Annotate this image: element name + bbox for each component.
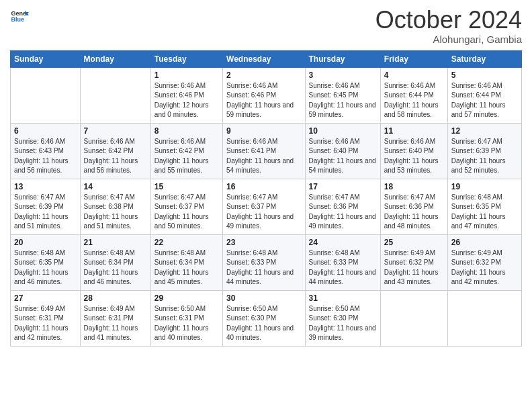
day-number: 13 xyxy=(14,182,77,191)
day-number: 18 xyxy=(384,182,444,191)
day-detail: Sunrise: 6:50 AM Sunset: 6:30 PM Dayligh… xyxy=(309,304,377,343)
day-cell: 30Sunrise: 6:50 AM Sunset: 6:30 PM Dayli… xyxy=(223,290,305,346)
day-number: 9 xyxy=(226,126,301,136)
day-cell: 6Sunrise: 6:46 AM Sunset: 6:43 PM Daylig… xyxy=(11,123,81,179)
day-detail: Sunrise: 6:48 AM Sunset: 6:35 PM Dayligh… xyxy=(451,193,518,232)
day-number: 21 xyxy=(84,238,147,247)
day-number: 11 xyxy=(384,126,444,136)
day-detail: Sunrise: 6:47 AM Sunset: 6:38 PM Dayligh… xyxy=(84,193,147,232)
header-row: SundayMondayTuesdayWednesdayThursdayFrid… xyxy=(11,50,522,67)
day-detail: Sunrise: 6:47 AM Sunset: 6:39 PM Dayligh… xyxy=(14,193,77,232)
day-number: 4 xyxy=(384,71,444,80)
day-number: 2 xyxy=(226,71,301,80)
day-detail: Sunrise: 6:48 AM Sunset: 6:35 PM Dayligh… xyxy=(14,248,77,287)
day-cell: 3Sunrise: 6:46 AM Sunset: 6:45 PM Daylig… xyxy=(305,67,380,123)
day-number: 6 xyxy=(14,126,77,136)
day-cell: 12Sunrise: 6:47 AM Sunset: 6:39 PM Dayli… xyxy=(447,123,521,179)
day-cell: 21Sunrise: 6:48 AM Sunset: 6:34 PM Dayli… xyxy=(80,234,150,290)
day-number: 23 xyxy=(226,238,301,247)
day-number: 28 xyxy=(84,293,147,303)
day-number: 10 xyxy=(309,126,377,136)
subtitle: Alohungari, Gambia xyxy=(375,34,522,45)
day-cell xyxy=(447,290,521,346)
day-cell: 31Sunrise: 6:50 AM Sunset: 6:30 PM Dayli… xyxy=(305,290,380,346)
day-number: 1 xyxy=(154,71,219,80)
day-cell xyxy=(380,290,447,346)
col-header-tuesday: Tuesday xyxy=(150,50,222,67)
day-cell: 15Sunrise: 6:47 AM Sunset: 6:37 PM Dayli… xyxy=(150,179,222,234)
col-header-sunday: Sunday xyxy=(11,50,81,67)
day-cell: 18Sunrise: 6:47 AM Sunset: 6:36 PM Dayli… xyxy=(380,179,447,234)
day-number: 26 xyxy=(451,238,518,247)
day-cell: 11Sunrise: 6:46 AM Sunset: 6:40 PM Dayli… xyxy=(380,123,447,179)
day-number: 16 xyxy=(226,182,301,191)
day-detail: Sunrise: 6:49 AM Sunset: 6:32 PM Dayligh… xyxy=(384,248,444,287)
week-row-2: 6Sunrise: 6:46 AM Sunset: 6:43 PM Daylig… xyxy=(11,123,522,179)
day-detail: Sunrise: 6:47 AM Sunset: 6:37 PM Dayligh… xyxy=(226,193,301,232)
day-number: 20 xyxy=(14,238,77,247)
day-detail: Sunrise: 6:48 AM Sunset: 6:34 PM Dayligh… xyxy=(84,248,147,287)
day-detail: Sunrise: 6:46 AM Sunset: 6:46 PM Dayligh… xyxy=(154,81,219,120)
day-cell: 10Sunrise: 6:46 AM Sunset: 6:40 PM Dayli… xyxy=(305,123,380,179)
page: General Blue October 2024 Alohungari, Ga… xyxy=(0,0,532,411)
calendar-table: SundayMondayTuesdayWednesdayThursdayFrid… xyxy=(10,50,522,347)
day-cell: 2Sunrise: 6:46 AM Sunset: 6:46 PM Daylig… xyxy=(223,67,305,123)
day-detail: Sunrise: 6:48 AM Sunset: 6:34 PM Dayligh… xyxy=(154,248,219,287)
day-detail: Sunrise: 6:46 AM Sunset: 6:40 PM Dayligh… xyxy=(384,137,444,176)
day-detail: Sunrise: 6:46 AM Sunset: 6:45 PM Dayligh… xyxy=(309,81,377,120)
day-detail: Sunrise: 6:50 AM Sunset: 6:30 PM Dayligh… xyxy=(226,304,301,343)
day-cell: 22Sunrise: 6:48 AM Sunset: 6:34 PM Dayli… xyxy=(150,234,222,290)
day-cell: 14Sunrise: 6:47 AM Sunset: 6:38 PM Dayli… xyxy=(80,179,150,234)
day-cell: 5Sunrise: 6:46 AM Sunset: 6:44 PM Daylig… xyxy=(447,67,521,123)
day-detail: Sunrise: 6:49 AM Sunset: 6:32 PM Dayligh… xyxy=(451,248,518,287)
day-detail: Sunrise: 6:48 AM Sunset: 6:33 PM Dayligh… xyxy=(309,248,377,287)
day-cell: 1Sunrise: 6:46 AM Sunset: 6:46 PM Daylig… xyxy=(150,67,222,123)
day-detail: Sunrise: 6:46 AM Sunset: 6:44 PM Dayligh… xyxy=(384,81,444,120)
day-detail: Sunrise: 6:46 AM Sunset: 6:43 PM Dayligh… xyxy=(14,137,77,176)
day-cell: 7Sunrise: 6:46 AM Sunset: 6:42 PM Daylig… xyxy=(80,123,150,179)
title-block: October 2024 Alohungari, Gambia xyxy=(375,7,522,45)
day-number: 29 xyxy=(154,293,219,303)
day-cell: 20Sunrise: 6:48 AM Sunset: 6:35 PM Dayli… xyxy=(11,234,81,290)
logo-icon: General Blue xyxy=(10,7,29,26)
day-cell: 8Sunrise: 6:46 AM Sunset: 6:42 PM Daylig… xyxy=(150,123,222,179)
month-title: October 2024 xyxy=(375,7,522,34)
day-detail: Sunrise: 6:47 AM Sunset: 6:36 PM Dayligh… xyxy=(309,193,377,232)
day-cell: 23Sunrise: 6:48 AM Sunset: 6:33 PM Dayli… xyxy=(223,234,305,290)
day-cell: 16Sunrise: 6:47 AM Sunset: 6:37 PM Dayli… xyxy=(223,179,305,234)
col-header-wednesday: Wednesday xyxy=(223,50,305,67)
day-cell xyxy=(80,67,150,123)
day-number: 25 xyxy=(384,238,444,247)
day-detail: Sunrise: 6:46 AM Sunset: 6:42 PM Dayligh… xyxy=(84,137,147,176)
day-number: 15 xyxy=(154,182,219,191)
day-cell: 24Sunrise: 6:48 AM Sunset: 6:33 PM Dayli… xyxy=(305,234,380,290)
day-number: 5 xyxy=(451,71,518,80)
day-number: 31 xyxy=(309,293,377,303)
day-number: 19 xyxy=(451,182,518,191)
day-detail: Sunrise: 6:47 AM Sunset: 6:36 PM Dayligh… xyxy=(384,193,444,232)
day-cell: 29Sunrise: 6:50 AM Sunset: 6:31 PM Dayli… xyxy=(150,290,222,346)
day-detail: Sunrise: 6:48 AM Sunset: 6:33 PM Dayligh… xyxy=(226,248,301,287)
day-number: 30 xyxy=(226,293,301,303)
day-detail: Sunrise: 6:47 AM Sunset: 6:37 PM Dayligh… xyxy=(154,193,219,232)
day-number: 8 xyxy=(154,126,219,136)
day-number: 12 xyxy=(451,126,518,136)
day-detail: Sunrise: 6:46 AM Sunset: 6:44 PM Dayligh… xyxy=(451,81,518,120)
col-header-monday: Monday xyxy=(80,50,150,67)
day-detail: Sunrise: 6:46 AM Sunset: 6:46 PM Dayligh… xyxy=(226,81,301,120)
day-cell: 9Sunrise: 6:46 AM Sunset: 6:41 PM Daylig… xyxy=(223,123,305,179)
day-detail: Sunrise: 6:46 AM Sunset: 6:42 PM Dayligh… xyxy=(154,137,219,176)
header: General Blue October 2024 Alohungari, Ga… xyxy=(10,7,522,45)
week-row-3: 13Sunrise: 6:47 AM Sunset: 6:39 PM Dayli… xyxy=(11,179,522,234)
day-number: 17 xyxy=(309,182,377,191)
day-detail: Sunrise: 6:50 AM Sunset: 6:31 PM Dayligh… xyxy=(154,304,219,343)
day-number: 24 xyxy=(309,238,377,247)
day-detail: Sunrise: 6:49 AM Sunset: 6:31 PM Dayligh… xyxy=(84,304,147,343)
logo: General Blue xyxy=(10,7,30,26)
week-row-1: 1Sunrise: 6:46 AM Sunset: 6:46 PM Daylig… xyxy=(11,67,522,123)
day-number: 27 xyxy=(14,293,77,303)
col-header-saturday: Saturday xyxy=(447,50,521,67)
day-cell: 4Sunrise: 6:46 AM Sunset: 6:44 PM Daylig… xyxy=(380,67,447,123)
day-detail: Sunrise: 6:47 AM Sunset: 6:39 PM Dayligh… xyxy=(451,137,518,176)
day-detail: Sunrise: 6:49 AM Sunset: 6:31 PM Dayligh… xyxy=(14,304,77,343)
